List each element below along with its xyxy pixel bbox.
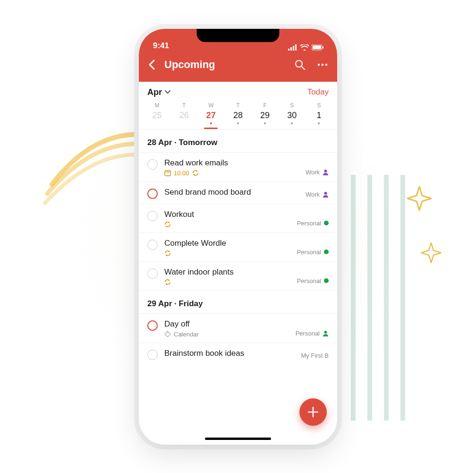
day-letter: S (306, 102, 332, 109)
task-project: Personal (296, 330, 329, 337)
task-title: Day off (164, 319, 289, 329)
task-checkbox[interactable] (147, 240, 158, 250)
svg-rect-5 (313, 45, 321, 49)
back-button[interactable] (145, 59, 158, 71)
task-row[interactable]: Complete WordlePersonal (139, 233, 337, 262)
svg-point-17 (324, 331, 327, 334)
svg-point-14 (324, 170, 327, 172)
task-sections: 28 Apr · TomorrowRead work emails10:00Wo… (139, 129, 337, 365)
day-letter: T (224, 102, 251, 109)
task-row[interactable]: WorkoutPersonal (139, 204, 337, 233)
task-body: Brainstorm book ideas (164, 349, 295, 360)
person-icon (323, 330, 329, 336)
project-dot (324, 221, 329, 225)
task-project: Personal (297, 220, 329, 227)
person-icon (323, 191, 329, 198)
signal-icon (288, 44, 298, 51)
task-checkbox[interactable] (147, 350, 158, 360)
task-time: 10:00 (174, 170, 189, 177)
day-letter: M (144, 102, 170, 109)
phone-notch (197, 29, 280, 42)
section-header: 29 Apr · Friday (139, 291, 337, 314)
month-label: Apr (147, 87, 162, 97)
wifi-icon (300, 44, 309, 51)
task-body: Complete Wordle (164, 239, 290, 257)
task-row[interactable]: Day offCalendarPersonal (139, 314, 337, 343)
svg-point-9 (318, 63, 320, 65)
day-dot (318, 122, 320, 124)
task-checkbox[interactable] (147, 320, 158, 331)
task-checkbox[interactable] (147, 211, 158, 221)
project-dot (324, 249, 329, 254)
svg-rect-3 (295, 44, 297, 51)
day-number: 30 (279, 111, 306, 120)
task-project: Work (306, 191, 329, 198)
day-column[interactable]: T28 (224, 102, 251, 129)
svg-point-16 (167, 332, 168, 333)
svg-rect-0 (288, 49, 289, 51)
task-checkbox[interactable] (147, 189, 158, 199)
day-number: 26 (170, 111, 197, 120)
week-strip: M25T26W27T28F29S30S1 (139, 100, 337, 129)
project-label: My First B (301, 352, 329, 359)
project-label: Work (306, 191, 320, 198)
task-checkbox[interactable] (147, 268, 158, 279)
day-letter: W (197, 102, 224, 109)
today-button[interactable]: Today (307, 87, 329, 97)
day-number: 29 (252, 111, 279, 120)
task-meta: 10:00 (164, 170, 299, 177)
add-task-button[interactable] (299, 398, 327, 426)
project-label: Work (306, 169, 320, 176)
month-selector[interactable]: Apr (147, 87, 170, 97)
nav-bar: Upcoming (139, 52, 337, 82)
task-body: Workout (164, 210, 290, 228)
day-column[interactable]: T26 (170, 102, 197, 129)
project-label: Personal (297, 277, 321, 284)
task-label: Calendar (174, 331, 199, 338)
plus-icon (307, 406, 319, 418)
decor-sparkle-icon (419, 241, 443, 265)
day-dot (291, 122, 293, 124)
task-project: Work (306, 169, 329, 176)
task-title: Read work emails (164, 158, 299, 168)
task-row[interactable]: Water indoor plantsPersonal (139, 262, 337, 291)
svg-rect-6 (323, 46, 323, 49)
svg-rect-2 (293, 46, 294, 51)
battery-icon (312, 44, 324, 51)
task-row[interactable]: Brainstorm book ideasMy First B (139, 343, 337, 365)
day-number: 28 (224, 111, 251, 120)
task-project: Personal (297, 249, 329, 256)
day-column[interactable]: F29 (252, 102, 279, 129)
task-row[interactable]: Read work emails10:00Work (139, 153, 337, 182)
content-area: Apr Today M25T26W27T28F29S30S1 28 Apr · … (139, 82, 337, 445)
recurring-icon (164, 221, 171, 228)
task-body: Water indoor plants (164, 267, 290, 285)
decor-teal-stroke (344, 175, 410, 421)
day-number: 27 (197, 111, 224, 120)
task-title: Complete Wordle (164, 239, 290, 248)
day-dot (237, 122, 239, 124)
tag-icon (164, 331, 171, 337)
project-label: Personal (297, 249, 321, 256)
svg-rect-1 (290, 47, 292, 51)
task-meta (164, 279, 290, 285)
day-dot (210, 122, 212, 124)
recurring-icon (164, 250, 171, 257)
day-column[interactable]: S1 (306, 102, 332, 129)
task-meta (164, 221, 290, 228)
more-button[interactable] (316, 59, 329, 71)
day-column[interactable]: M25 (144, 102, 170, 129)
day-column[interactable]: W27 (197, 102, 224, 129)
page-title: Upcoming (164, 59, 287, 71)
status-time: 9:41 (153, 41, 169, 51)
task-meta (164, 250, 290, 257)
search-button[interactable] (294, 59, 306, 71)
calendar-icon (164, 170, 171, 176)
day-column[interactable]: S30 (279, 102, 306, 129)
svg-point-7 (296, 60, 302, 67)
day-letter: S (279, 102, 306, 109)
task-row[interactable]: Send brand mood boardWork (139, 182, 337, 204)
task-checkbox[interactable] (147, 159, 158, 170)
task-meta: Calendar (164, 331, 289, 338)
task-body: Read work emails10:00 (164, 158, 299, 177)
